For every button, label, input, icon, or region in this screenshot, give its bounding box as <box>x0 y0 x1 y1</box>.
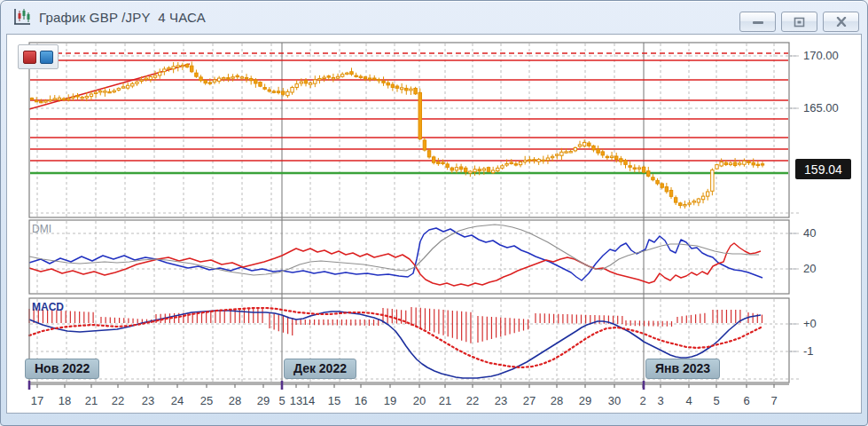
candle-body <box>40 101 43 102</box>
candle-body <box>569 152 572 153</box>
candle-body <box>191 66 193 72</box>
candle-body <box>752 162 755 165</box>
candle-body <box>729 163 731 165</box>
candle-body <box>62 99 65 99</box>
candle-body <box>277 91 279 93</box>
minimize-button[interactable] <box>739 12 776 32</box>
candle-body <box>565 152 567 153</box>
candle-body <box>701 196 704 200</box>
candle-body <box>684 205 686 206</box>
candle-body <box>692 201 695 202</box>
candle-body <box>282 91 285 94</box>
candle-body <box>373 78 376 79</box>
candle-body <box>44 101 47 102</box>
candle-body <box>747 162 750 162</box>
candle-body <box>478 170 481 171</box>
candle-body <box>574 147 576 150</box>
candle-body <box>168 67 170 68</box>
candle-body <box>459 167 462 170</box>
candle-body <box>610 156 613 158</box>
minimize-icon <box>752 18 764 27</box>
candle-body <box>433 157 435 162</box>
candle-body <box>254 80 257 83</box>
candle-body <box>195 73 198 76</box>
candle-body <box>117 89 120 91</box>
candle-body <box>126 85 129 88</box>
candle-body <box>556 154 559 155</box>
restore-icon <box>794 17 805 28</box>
close-button[interactable] <box>823 12 859 32</box>
candle-body <box>217 78 220 81</box>
candle-body <box>250 79 253 81</box>
candle-body <box>236 75 239 76</box>
candle-body <box>661 184 663 187</box>
candle-body <box>501 166 504 169</box>
candle-body <box>85 97 88 99</box>
candle-body <box>378 80 380 81</box>
candle-body <box>720 162 723 166</box>
candle-body <box>300 82 302 83</box>
maximize-button[interactable] <box>781 12 817 32</box>
candle-body <box>153 75 156 77</box>
candle-body <box>346 73 348 74</box>
candle-body <box>163 69 166 72</box>
candle-body <box>268 90 270 91</box>
candle-body <box>560 152 563 155</box>
window-controls <box>739 12 859 32</box>
candle-body <box>227 78 230 79</box>
candle-body <box>341 75 344 77</box>
candle-body <box>410 89 412 91</box>
candle-body <box>446 164 449 168</box>
candle-body <box>314 80 317 83</box>
candle-body <box>679 203 682 206</box>
candle-body <box>601 152 604 155</box>
dmi-minus-di-blue-line <box>29 228 762 280</box>
red-marker-button[interactable] <box>23 51 36 64</box>
titlebar[interactable]: График GBP /JPY 4 ЧАСА <box>0 0 868 34</box>
candle-body <box>665 187 668 192</box>
candle-body <box>482 169 485 170</box>
candle-body <box>505 163 508 165</box>
candle-body <box>624 161 627 165</box>
price-pane <box>29 43 789 217</box>
dmi-pane <box>29 220 789 294</box>
chart-window: DMI MACD Нов 2022 Дек 2022 Янв 2023 159.… <box>0 0 868 426</box>
candle-body <box>176 66 179 67</box>
candle-body <box>121 87 124 88</box>
candle-body <box>145 78 147 79</box>
candle-body <box>94 92 97 93</box>
candle-body <box>318 78 321 79</box>
candle-body <box>743 161 746 164</box>
candle-body <box>578 145 581 146</box>
candle-body <box>528 160 531 161</box>
chart-canvas[interactable] <box>0 0 868 426</box>
chart-icon <box>12 7 32 27</box>
candle-body <box>286 91 289 95</box>
candle-body <box>185 65 188 67</box>
candle-body <box>633 168 636 169</box>
candle-body <box>304 81 307 83</box>
candle-body <box>716 165 718 170</box>
candle-body <box>295 84 298 88</box>
candle-body <box>761 164 763 165</box>
candle-body <box>53 99 56 99</box>
candle-body <box>615 156 618 159</box>
candle-body <box>272 91 275 92</box>
candle-body <box>76 96 79 97</box>
candle-body <box>414 88 417 93</box>
blue-marker-button[interactable] <box>40 51 53 64</box>
candle-body <box>359 76 362 77</box>
candle-body <box>72 97 74 98</box>
candle-body <box>637 168 640 169</box>
candle-body <box>739 163 741 164</box>
candle-body <box>620 159 622 162</box>
candle-body <box>656 180 659 184</box>
candle-body <box>724 162 727 164</box>
candle-body <box>263 88 266 90</box>
candle-body <box>519 162 521 164</box>
candle-body <box>455 168 457 170</box>
candle-body <box>30 99 33 99</box>
candle-body <box>108 91 111 92</box>
candle-body <box>368 78 371 79</box>
candle-body <box>537 160 540 162</box>
